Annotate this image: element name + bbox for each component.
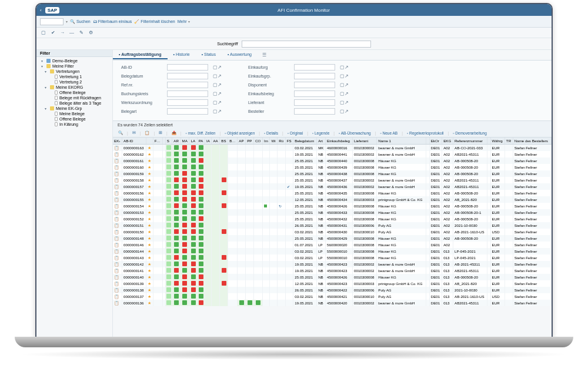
tree-node[interactable]: Belege mit Rückfragen: [36, 95, 112, 100]
favorite-icon[interactable]: ★: [148, 217, 151, 221]
column-header[interactable]: Name des Bestellers: [513, 138, 551, 145]
table-row[interactable]: 📋0000000162★19.05.2021NB4500000441001030…: [113, 151, 552, 157]
column-header[interactable]: F…: [153, 138, 162, 145]
filter-input-Einkauforg[interactable]: [294, 64, 335, 71]
column-header[interactable]: Belegdatum: [293, 138, 317, 145]
tree-node[interactable]: ▾Meine Filter: [36, 63, 112, 69]
tab-auftragsbestätigung[interactable]: • Auftragsbestätigung: [113, 51, 168, 59]
table-row[interactable]: 📋0000000161★25.05.2021NB4500000440001030…: [113, 157, 552, 164]
table-row[interactable]: 📋0000000139★12.05.2021NB4500000423001030…: [113, 280, 552, 287]
column-header[interactable]: AA: [212, 138, 220, 145]
row-action-icon[interactable]: 📋: [114, 159, 119, 163]
favorite-icon[interactable]: ★: [148, 191, 151, 195]
dropdown-icon[interactable]: ▾: [66, 19, 68, 24]
row-action-icon[interactable]: 📋: [114, 165, 119, 169]
filter-input-Ref.nr.[interactable]: [167, 82, 208, 88]
favorite-icon[interactable]: ★: [148, 223, 151, 227]
table-row[interactable]: 📋0000000153★25.05.2021NB4500000433001030…: [113, 209, 552, 216]
tree-node[interactable]: ▾Meine EKORG: [36, 85, 112, 90]
table-row[interactable]: 📋0000000144★03.02.2021LP5500000010001030…: [113, 248, 552, 254]
column-header[interactable]: Name 1: [377, 138, 426, 145]
filter-input-Einkaufsbeleg[interactable]: [294, 91, 335, 97]
value-help-icon[interactable]: ▢↗: [340, 65, 348, 70]
row-action-icon[interactable]: 📋: [114, 256, 119, 260]
grid-tb-button[interactable]: ▫ Demoverarbeitung: [451, 130, 489, 136]
table-row[interactable]: 📋0000000152★25.05.2021NB4500000432001030…: [113, 216, 552, 222]
table-row[interactable]: 📋0000000155★12.05.2021NB4500000434001030…: [113, 196, 552, 203]
favorite-icon[interactable]: ★: [148, 185, 151, 189]
favorite-icon[interactable]: ★: [148, 197, 151, 202]
column-header[interactable]: AP: [238, 138, 246, 145]
column-header[interactable]: Art: [317, 138, 326, 145]
table-row[interactable]: 📋0000000137★03.02.2021NB4500000421001030…: [113, 293, 552, 300]
favorite-icon[interactable]: ★: [148, 249, 151, 253]
expand-icon[interactable]: ▾: [45, 106, 48, 110]
table-row[interactable]: 📋0000000143★03.02.2021LP5500000010001030…: [113, 254, 552, 261]
settings-icon[interactable]: ⚙: [87, 29, 94, 36]
row-action-icon[interactable]: 📋: [114, 146, 119, 150]
favorite-icon[interactable]: ★: [148, 269, 151, 273]
value-help-icon[interactable]: ▢↗: [340, 91, 348, 96]
favorite-icon[interactable]: ★: [148, 294, 151, 299]
row-action-icon[interactable]: 📋: [114, 262, 119, 266]
row-action-icon[interactable]: 📋: [114, 172, 119, 176]
expand-icon[interactable]: ▾: [45, 69, 48, 73]
suchen-button[interactable]: 🔍 Suchen: [70, 19, 91, 24]
value-help-icon[interactable]: ▢↗: [213, 109, 221, 114]
grid-tb-button[interactable]: ▫ Regelwerksprotokoll: [405, 130, 446, 136]
table-row[interactable]: 📋0000000160★25.05.2021NB4500000439001030…: [113, 164, 552, 170]
table-row[interactable]: 📋0000000138★26.05.2021NB4500000422001030…: [113, 287, 552, 293]
grid-tb-button[interactable]: ▫ Objekt anzeigen: [223, 130, 256, 136]
row-action-icon[interactable]: 📋: [114, 236, 119, 240]
row-action-icon[interactable]: 📋: [114, 178, 119, 182]
table-row[interactable]: 📋0000000156★25.05.2021NB4500000435001030…: [113, 190, 552, 196]
favorite-icon[interactable]: ★: [148, 204, 151, 208]
column-header[interactable]: CO: [254, 138, 263, 145]
filterinhalt-button[interactable]: 🧹 Filterinhalt löschen: [134, 19, 175, 24]
value-help-icon[interactable]: ▢↗: [213, 91, 221, 96]
table-row[interactable]: 📋0000000142★19.05.2021NB4500000423001030…: [113, 261, 552, 267]
value-help-icon[interactable]: ▢↗: [213, 73, 221, 79]
filter-input-Besteller[interactable]: [294, 108, 335, 115]
table-row[interactable]: 📋0000000163★03.02.2021MK4600000016001030…: [113, 145, 552, 152]
refresh-icon[interactable]: ↻: [279, 205, 282, 208]
column-header[interactable]: Referenznummer: [453, 138, 487, 145]
column-header[interactable]: AR: [172, 138, 181, 145]
column-header[interactable]: TR: [505, 138, 513, 145]
row-action-icon[interactable]: 📋: [114, 269, 119, 273]
expand-icon[interactable]: ▾: [41, 59, 45, 63]
grid-tb-button[interactable]: ▫ Details: [262, 130, 280, 136]
column-header[interactable]: Im: [262, 138, 269, 145]
search-input[interactable]: [242, 41, 371, 48]
favorite-icon[interactable]: ★: [148, 236, 151, 240]
tree-node[interactable]: In Klärung: [36, 122, 112, 127]
mehr-button[interactable]: Mehr ▾: [178, 19, 190, 24]
column-header[interactable]: FS: [285, 138, 293, 145]
column-header[interactable]: B…: [228, 138, 238, 145]
filterbaum-button[interactable]: 🗂 Filterbaum ein/aus: [93, 19, 132, 24]
favorite-icon[interactable]: ★: [148, 230, 151, 234]
table-row[interactable]: 📋0000000159★25.05.2021NB4500000438001030…: [113, 170, 552, 177]
row-action-icon[interactable]: 📋: [114, 249, 119, 253]
grid-tb-button[interactable]: ⊞: [157, 130, 164, 136]
value-help-icon[interactable]: ▢↗: [213, 65, 221, 70]
grid-tb-button[interactable]: 📋: [143, 130, 151, 136]
table-row[interactable]: 📋0000000136★19.05.2021NB4500000420001030…: [113, 300, 552, 306]
tree-node[interactable]: ▾Meine EK-Grp: [36, 106, 112, 111]
tab-auswertung[interactable]: • Auswertung: [222, 51, 258, 59]
favorite-icon[interactable]: ★: [148, 178, 151, 182]
column-header[interactable]: EKG: [442, 138, 453, 145]
row-action-icon[interactable]: 📋: [114, 210, 119, 215]
column-header[interactable]: [146, 138, 153, 145]
grid-tb-button[interactable]: ▫ AB-Überwachung: [337, 130, 373, 136]
value-help-icon[interactable]: ▢↗: [340, 109, 348, 114]
table-row[interactable]: 📋0000000158★25.05.2021NB4500000437001030…: [113, 177, 552, 183]
grid-tb-button[interactable]: ✉: [131, 130, 138, 136]
column-header[interactable]: LA: [189, 138, 197, 145]
favorite-icon[interactable]: ★: [148, 281, 151, 286]
tree-node[interactable]: Meine Belege: [36, 111, 112, 116]
filter-input-Lieferant[interactable]: [294, 99, 335, 106]
minimize-icon[interactable]: —: [68, 29, 75, 36]
expand-icon[interactable]: ▾: [45, 85, 48, 89]
grid-tb-button[interactable]: ▫ Legende: [310, 130, 331, 136]
